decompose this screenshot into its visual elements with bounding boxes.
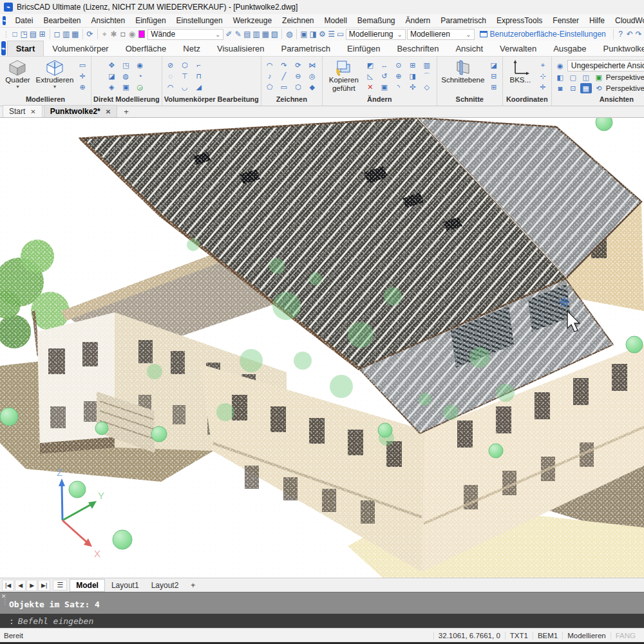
ribbon-tool-icon[interactable]: ↺ — [379, 71, 390, 81]
status-workspace[interactable]: Modellieren — [562, 632, 610, 639]
ribbon-tool-icon[interactable]: ⊟ — [488, 71, 500, 81]
ribbon-tool-icon[interactable]: ╱ — [278, 71, 290, 81]
ribbon-tool-icon[interactable]: ▦ — [580, 83, 592, 93]
ribbon-tool-icon[interactable]: ⋈ — [307, 60, 318, 70]
ribbon-tool-icon[interactable]: ◌ — [165, 71, 176, 81]
ribbon-tool-icon[interactable]: ◎ — [307, 71, 318, 81]
next-layout-button[interactable]: ▶ — [26, 580, 37, 591]
layer-lock-icon[interactable]: ◘ — [119, 28, 127, 40]
ribbon-tool-icon[interactable]: ◩ — [365, 60, 376, 70]
ribbon-tool-icon[interactable]: ⊤ — [179, 71, 191, 81]
ribbon-tool-icon[interactable]: ◠ — [165, 82, 176, 92]
ribbon-tool-icon[interactable]: ▥ — [421, 60, 433, 70]
print-icon[interactable]: ▥ — [62, 28, 70, 40]
ribbon-tool-icon[interactable]: ⊞ — [488, 82, 500, 92]
ribbon-tool-icon[interactable]: ▣ — [593, 72, 605, 82]
publish-icon[interactable]: ▦ — [71, 28, 79, 40]
status-dim-style[interactable]: BEM1 — [533, 632, 562, 639]
ribbon-tool-icon[interactable]: ⊹ — [537, 71, 549, 81]
ribbon-tool-icon[interactable]: ✥ — [106, 60, 117, 70]
settings-gear-icon[interactable]: ⚙ — [318, 28, 326, 40]
command-panel-drag-handle[interactable]: ⋮ — [2, 600, 8, 604]
tab-parametrisch[interactable]: Parametrisch — [273, 41, 339, 56]
ribbon-tool-icon[interactable]: ◙ — [554, 83, 566, 93]
ribbon-tool-icon[interactable]: ▭ — [278, 82, 290, 92]
new-document-tab-button[interactable]: + — [118, 106, 134, 117]
tab-beschriften[interactable]: Beschriften — [388, 41, 447, 56]
doc-tab-punktwolke2[interactable]: Punktwolke2* ✕ — [44, 105, 117, 117]
ribbon-tool-icon[interactable]: ✕ — [365, 82, 376, 92]
ribbon-tool-icon[interactable]: ↷ — [278, 60, 290, 70]
tab-punktwolke[interactable]: Punktwolke — [595, 41, 644, 56]
menu-cloudworx[interactable]: CloudWorx — [610, 15, 644, 26]
menu-ansichten[interactable]: Ansichten — [86, 15, 130, 26]
tab-ansicht[interactable]: Ansicht — [447, 41, 491, 56]
ribbon-tool-icon[interactable]: ◧ — [554, 72, 566, 82]
layer-off-icon[interactable]: ▧ — [270, 28, 278, 40]
ribbon-tool-icon[interactable]: ⬡ — [292, 82, 304, 92]
tab-ausgabe[interactable]: Ausgabe — [545, 41, 594, 56]
ribbon-tool-icon[interactable]: ◡ — [179, 82, 191, 92]
drawing-viewport[interactable]: Z Y X — [0, 118, 644, 578]
undo-icon[interactable]: ↶ — [626, 28, 634, 40]
tab-einfuegen[interactable]: Einfügen — [339, 41, 388, 56]
ribbon-tool-icon[interactable]: ⊓ — [193, 71, 205, 81]
menu-werkzeuge[interactable]: Werkzeuge — [228, 15, 277, 26]
menu-parametrisch[interactable]: Parametrisch — [435, 15, 491, 26]
status-text-style[interactable]: TXT1 — [505, 632, 533, 639]
ribbon-tool-icon[interactable]: ⊕ — [77, 82, 88, 92]
ribbon-tool-icon[interactable]: ◝ — [393, 82, 404, 92]
ribbon-tool-icon[interactable]: ◇ — [421, 82, 433, 92]
profile-dropdown[interactable]: Modellieren ⌄ — [407, 29, 475, 40]
ribbon-tool-icon[interactable]: ⊙ — [393, 60, 404, 70]
tab-oberflaeche[interactable]: Oberfläche — [117, 41, 175, 56]
drawing-explorer-icon[interactable]: ◨ — [309, 28, 317, 40]
ribbon-tool-icon[interactable]: ▣ — [379, 82, 390, 92]
extrudieren-button[interactable]: Extrudieren ▾ — [35, 59, 75, 89]
menu-bemassung[interactable]: Bemaßung — [352, 15, 401, 26]
ribbon-tool-icon[interactable]: ◨ — [407, 71, 419, 81]
screen-icon[interactable]: ▭ — [337, 28, 345, 40]
menu-einstellungen[interactable]: Einstellungen — [171, 15, 228, 26]
eye-icon[interactable]: ◉ — [554, 61, 566, 71]
layer-freeze-icon[interactable]: ✱ — [110, 28, 118, 40]
menu-einfuegen[interactable]: Einfügen — [130, 15, 171, 26]
ribbon-tool-icon[interactable]: ✛ — [77, 71, 88, 81]
ribbon-tool-icon[interactable]: ◢ — [193, 82, 205, 92]
quader-button[interactable]: Quader ▾ — [3, 59, 33, 89]
ribbon-tool-icon[interactable]: ⌒ — [421, 71, 433, 81]
ribbon-tool-icon[interactable]: ◆ — [307, 82, 318, 92]
layer-pin-icon[interactable]: ⌖ — [100, 28, 108, 40]
panels-icon[interactable]: ▣ — [300, 28, 308, 40]
layout-list-icon[interactable]: ☰ — [53, 580, 67, 591]
regen-icon[interactable]: ⟳ — [86, 28, 94, 40]
ribbon-tool-icon[interactable]: ▢ — [567, 72, 579, 82]
workspace-dropdown[interactable]: Modellierung ⌄ — [346, 29, 406, 40]
ribbon-tool-icon[interactable]: ⌐ — [193, 60, 205, 70]
ribbon-tool-icon[interactable]: ⊡ — [567, 83, 579, 93]
menu-hilfe[interactable]: Hilfe — [584, 15, 610, 26]
menu-expresstools[interactable]: ExpressTools — [491, 15, 547, 26]
globe-icon[interactable]: ◍ — [285, 28, 293, 40]
ribbon-tool-icon[interactable]: ⬠ — [264, 82, 276, 92]
tab-visualisieren[interactable]: Visualisieren — [209, 41, 272, 56]
new-file-icon[interactable]: □ — [11, 28, 19, 40]
ribbon-tool-icon[interactable]: ⟲ — [593, 83, 605, 93]
schnittebene-button[interactable]: Schnittebene — [440, 59, 486, 84]
tab-layout2[interactable]: Layout2 — [146, 580, 185, 591]
tab-layout1[interactable]: Layout1 — [106, 580, 145, 591]
ribbon-tool-icon[interactable]: ◍ — [120, 71, 131, 81]
ribbon-tool-icon[interactable]: ◈ — [106, 82, 117, 92]
ribbon-tool-icon[interactable]: ⟳ — [292, 60, 304, 70]
status-coordinates[interactable]: 32.1061, 6.7661, 0 — [433, 632, 505, 639]
command-input[interactable] — [18, 616, 644, 626]
redo-icon[interactable]: ↷ — [635, 28, 643, 40]
doc-tab-start[interactable]: Start ✕ — [3, 105, 43, 117]
ribbon-tool-icon[interactable]: ◶ — [134, 82, 146, 92]
last-layout-button[interactable]: ▶| — [38, 580, 50, 591]
match-properties-icon[interactable]: ✐ — [225, 28, 232, 40]
view-dropdown[interactable]: Ungespeicherte Ansicht ⌄ — [567, 60, 644, 71]
ui-settings-link[interactable]: Benutzeroberfläche-Einstellungen — [476, 30, 610, 39]
tab-verwalten[interactable]: Verwalten — [491, 41, 545, 56]
eyedropper-icon[interactable]: ✎ — [234, 28, 242, 40]
